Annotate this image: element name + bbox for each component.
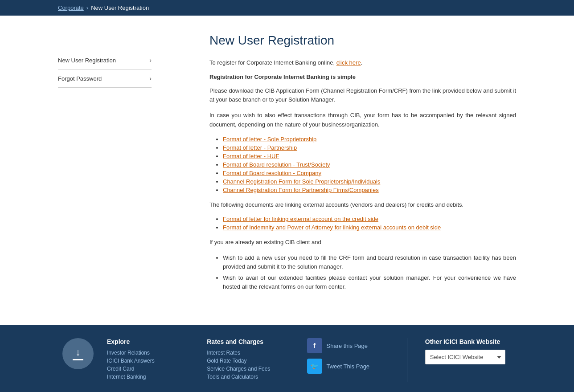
footer-explore-heading: Explore [107, 338, 198, 345]
icici-website-select[interactable]: Select ICICI Website [425, 350, 505, 364]
para4: If you are already an existing CIB clien… [209, 238, 516, 247]
list-item: Format of letter for linking external ac… [223, 216, 516, 222]
twitter-label: Tweet This Page [327, 363, 370, 370]
footer-internet-banking[interactable]: Internet Banking [107, 374, 198, 380]
main-content-area: New User Registration › Forgot Password … [0, 16, 574, 325]
sidebar: New User Registration › Forgot Password … [58, 33, 152, 298]
sidebar-item-forgot-password-label: Forgot Password [58, 75, 102, 82]
list-item: Wish to avail of our extended facilities… [223, 274, 516, 291]
intro-text-prefix: To register for Corporate Internet Banki… [209, 59, 336, 66]
list-item: Channel Registration Form for Partnershi… [223, 187, 516, 193]
footer-other-col: Other ICICI Bank Website Select ICICI We… [416, 338, 516, 364]
sidebar-item-new-user-reg[interactable]: New User Registration › [58, 51, 152, 69]
footer-investor-relations[interactable]: Investor Relations [107, 350, 198, 356]
footer-explore-col: Explore Investor Relations ICICI Bank An… [98, 338, 198, 382]
link-trust-society[interactable]: Format of Board resolution - Trust/Socie… [223, 161, 330, 168]
footer: ↓ Explore Investor Relations ICICI Bank … [0, 325, 574, 392]
breadcrumb-current: New User Registration [91, 4, 149, 11]
download-line [73, 359, 83, 360]
bold-heading: Registration for Corporate Internet Bank… [209, 74, 516, 80]
document-links-list: Format of letter - Sole Proprietorship F… [209, 136, 516, 193]
breadcrumb-corporate[interactable]: Corporate [58, 4, 84, 11]
link-credit-side[interactable]: Format of letter for linking external ac… [223, 216, 378, 222]
intro-text-suffix: . [361, 59, 363, 66]
list-item: Wish to add a new user you need to fill … [223, 253, 516, 271]
link-crf-partnership[interactable]: Channel Registration Form for Partnershi… [223, 187, 379, 193]
twitter-tweet[interactable]: 🐦 Tweet This Page [307, 359, 398, 374]
facebook-letter: f [313, 342, 316, 349]
twitter-letter: 🐦 [311, 363, 318, 370]
list-item: Format of Board resolution - Trust/Socie… [223, 161, 516, 168]
link-sole-proprietorship[interactable]: Format of letter - Sole Proprietorship [223, 136, 316, 143]
footer-divider [407, 338, 407, 382]
link-huf[interactable]: Format of letter - HUF [223, 153, 279, 159]
footer-rates-col: Rates and Charges Interest Rates Gold Ra… [198, 338, 298, 382]
existing-client-list: Wish to add a new user you need to fill … [209, 253, 516, 291]
link-company[interactable]: Format of Board resolution - Company [223, 170, 321, 176]
footer-service-charges[interactable]: Service Charges and Fees [207, 366, 298, 372]
footer-credit-card[interactable]: Credit Card [107, 366, 198, 372]
footer-rates-heading: Rates and Charges [207, 338, 298, 345]
click-here-link[interactable]: click here [336, 59, 361, 66]
link-crf-sole[interactable]: Channel Registration Form for Sole Propr… [223, 178, 380, 185]
para1: Please download the CIB Application Form… [209, 86, 516, 105]
footer-other-heading: Other ICICI Bank Website [425, 338, 516, 345]
sidebar-item-new-user-reg-label: New User Registration [58, 57, 116, 64]
footer-icici-bank-answers[interactable]: ICICI Bank Answers [107, 358, 198, 364]
page-content: New User Registration To register for Co… [152, 33, 516, 298]
list-item: Format of letter - Sole Proprietorship [223, 136, 516, 143]
list-item: Channel Registration Form for Sole Propr… [223, 178, 516, 185]
facebook-icon: f [307, 338, 322, 353]
sidebar-item-forgot-password[interactable]: Forgot Password › [58, 69, 152, 88]
footer-gold-rate[interactable]: Gold Rate Today [207, 358, 298, 364]
facebook-share[interactable]: f Share this Page [307, 338, 398, 353]
para2: In case you wish to also effect transact… [209, 111, 516, 130]
twitter-icon: 🐦 [307, 359, 322, 374]
breadcrumb-separator: › [86, 4, 88, 11]
download-arrow-icon: ↓ [76, 347, 81, 357]
footer-tools-calculators[interactable]: Tools and Calculators [207, 374, 298, 380]
list-item: Format of Indemnity and Power of Attorne… [223, 224, 516, 231]
list-item: Format of letter - Partnership [223, 144, 516, 151]
link-partnership[interactable]: Format of letter - Partnership [223, 144, 297, 151]
external-links-list: Format of letter for linking external ac… [209, 216, 516, 231]
footer-interest-rates[interactable]: Interest Rates [207, 350, 298, 356]
para3: The following documents are linking exte… [209, 200, 516, 210]
link-debit-side[interactable]: Format of Indemnity and Power of Attorne… [223, 224, 441, 231]
breadcrumb-bar: Corporate › New User Registration [0, 0, 574, 16]
footer-download-icon-area: ↓ [58, 338, 98, 369]
footer-social-col: f Share this Page 🐦 Tweet This Page [298, 338, 398, 374]
intro-paragraph: To register for Corporate Internet Banki… [209, 58, 516, 67]
download-circle: ↓ [62, 338, 94, 369]
page-title: New User Registration [209, 33, 516, 48]
list-item: Format of letter - HUF [223, 153, 516, 159]
facebook-label: Share this Page [327, 343, 368, 349]
list-item: Format of Board resolution - Company [223, 170, 516, 176]
